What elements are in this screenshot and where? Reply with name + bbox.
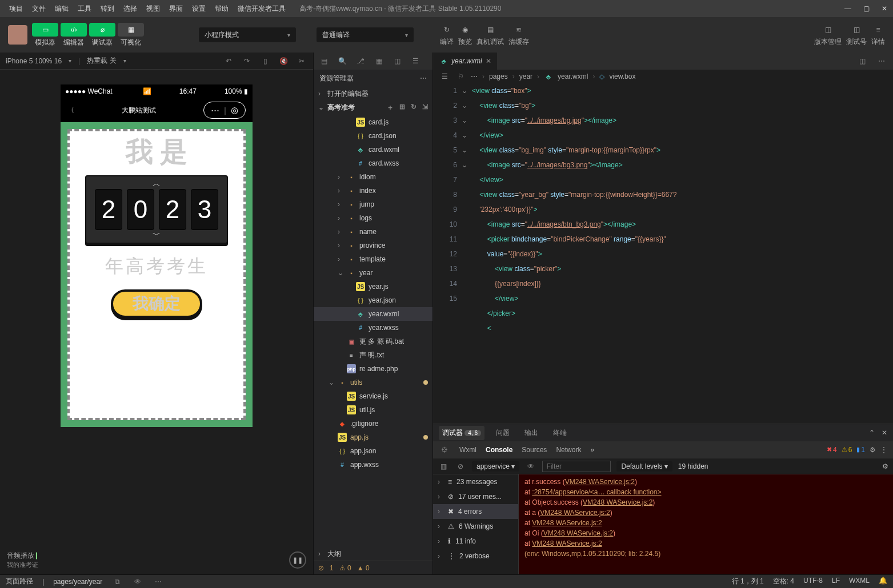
year-picker[interactable]: ︿ 2023 ﹀: [85, 175, 228, 244]
editor-tab[interactable]: ⬘year.wxml✕: [433, 53, 497, 70]
pause-icon[interactable]: ❚❚: [289, 551, 306, 569]
indent-icon[interactable]: ☰: [439, 71, 450, 82]
console-filter-row[interactable]: ›⊘17 user mes...: [433, 489, 518, 504]
cut-icon[interactable]: ✂: [296, 55, 307, 67]
sidebar-toggle-icon[interactable]: ▥: [438, 461, 449, 472]
hidden-count[interactable]: 19 hidden: [678, 462, 708, 470]
new-file-icon[interactable]: ＋: [387, 103, 394, 112]
file-service.js[interactable]: JSservice.js: [314, 389, 433, 403]
back-icon[interactable]: 〈: [67, 106, 74, 115]
file-app.wxss[interactable]: #app.wxss: [314, 458, 433, 472]
terminal-tab[interactable]: 终端: [550, 426, 570, 440]
menu-tool[interactable]: 工具: [73, 4, 96, 14]
eye-path-icon[interactable]: 👁: [132, 576, 143, 587]
gear-icon[interactable]: ⚙: [870, 446, 876, 454]
file-util.js[interactable]: JSutil.js: [314, 403, 433, 417]
ext-icon[interactable]: ▦: [373, 55, 385, 67]
file-card.wxss[interactable]: #card.wxss: [314, 156, 433, 170]
folder-jump[interactable]: ›▪jump: [314, 198, 433, 211]
compile-icon[interactable]: ↻: [441, 23, 453, 36]
folder-year[interactable]: ⌄▪year: [314, 266, 433, 280]
folder-template[interactable]: ›▪template: [314, 252, 433, 266]
files-icon[interactable]: ▤: [318, 55, 330, 67]
device-icon[interactable]: ▯: [259, 55, 271, 67]
clear-cache-icon[interactable]: ≋: [512, 23, 525, 36]
console-filter-row[interactable]: ›ℹ11 info: [433, 534, 518, 549]
branch-icon[interactable]: ⎇: [355, 55, 366, 67]
menu-ui[interactable]: 界面: [165, 4, 187, 14]
project-section[interactable]: ⌄高考准考 ＋ ⊞ ↻ ⇲: [314, 100, 433, 114]
network-tab[interactable]: Network: [556, 446, 581, 454]
menu-edit[interactable]: 编辑: [50, 4, 73, 14]
db-icon[interactable]: ◫: [391, 55, 403, 67]
output-tab[interactable]: 输出: [521, 426, 542, 440]
details-icon[interactable]: ≡: [872, 23, 884, 36]
menu-select[interactable]: 选择: [119, 4, 142, 14]
sources-tab[interactable]: Sources: [522, 446, 547, 454]
avatar[interactable]: [8, 25, 27, 45]
more-tabs-icon[interactable]: ⋯: [876, 55, 887, 67]
menu-view[interactable]: 视图: [142, 4, 165, 14]
folder-name[interactable]: ›▪name: [314, 225, 433, 239]
console-filter-row[interactable]: ›✖4 errors: [433, 504, 518, 519]
more-tabs-icon[interactable]: »: [590, 446, 594, 454]
console-gear-icon[interactable]: ⚙: [882, 462, 888, 470]
file-year.wxss[interactable]: #year.wxss: [314, 321, 433, 335]
breadcrumb[interactable]: ☰ ⚐ ⋯› pages› year› ⬘year.wxml› ◇view.bo…: [433, 70, 893, 83]
outline-section[interactable]: ›大纲: [314, 547, 433, 561]
filter-input[interactable]: [542, 461, 611, 472]
rotate-left-icon[interactable]: ↶: [223, 55, 234, 67]
menu-goto[interactable]: 转到: [96, 4, 119, 14]
compile-mode-dropdown[interactable]: 普通编译▾: [317, 27, 414, 42]
file-card.json[interactable]: { }card.json: [314, 129, 433, 143]
levels-dropdown[interactable]: Default levels ▾: [616, 461, 672, 472]
context-dropdown[interactable]: appservice ▾: [472, 461, 519, 472]
wxml-tab[interactable]: Wxml: [459, 446, 476, 454]
file-re adme.php[interactable]: phpre adme.php: [314, 362, 433, 376]
maximize-icon[interactable]: ▢: [862, 5, 870, 13]
file-声 明.txt[interactable]: ≡声 明.txt: [314, 348, 433, 362]
encoding[interactable]: UTF-8: [803, 577, 823, 586]
hot-reload[interactable]: 热重载 关: [87, 56, 116, 66]
robot-icon[interactable]: ☰: [410, 55, 421, 67]
debugger-tab[interactable]: 调试器 4, 6: [439, 426, 484, 440]
rotate-right-icon[interactable]: ↷: [241, 55, 253, 67]
capsule-more-icon[interactable]: ⋯: [211, 105, 219, 115]
chevron-up-icon[interactable]: ⌃: [869, 429, 875, 437]
mode-simulator[interactable]: ▭: [32, 23, 58, 37]
menu-wxdev[interactable]: 微信开发者工具: [233, 4, 290, 14]
inspect-icon[interactable]: ⯐: [439, 444, 450, 456]
folder-index[interactable]: ›▪index: [314, 184, 433, 198]
mode-visual[interactable]: ▦: [118, 23, 144, 37]
device-label[interactable]: iPhone 5 100% 16: [6, 57, 62, 65]
collapse-icon[interactable]: ⇲: [422, 103, 428, 112]
copy-path-icon[interactable]: ⧉: [111, 576, 123, 587]
console-filter-row[interactable]: ›⚠6 Warnings: [433, 519, 518, 534]
page-path[interactable]: pages/year/year: [53, 578, 102, 586]
problems-tab[interactable]: 问题: [492, 426, 513, 440]
menu-project[interactable]: 项目: [5, 4, 27, 14]
close-panel-icon[interactable]: ✕: [882, 429, 887, 437]
version-mgmt-icon[interactable]: ◫: [822, 23, 834, 36]
folder-utils[interactable]: ⌄▪utils: [314, 376, 433, 389]
bell-icon[interactable]: 🔔: [879, 577, 887, 586]
file-card.js[interactable]: JScard.js: [314, 115, 433, 129]
menu-help[interactable]: 帮助: [210, 4, 233, 14]
confirm-button[interactable]: 我确定: [111, 289, 202, 318]
file-更 多 源 码.bat[interactable]: ▣更 多 源 码.bat: [314, 335, 433, 348]
refresh-icon[interactable]: ↻: [411, 103, 417, 112]
mode-debugger[interactable]: ⌀: [89, 23, 115, 37]
console-output[interactable]: at r.success (VM248 WAService.js:2) at :…: [519, 474, 893, 574]
bookmark-icon[interactable]: ⚐: [455, 71, 466, 82]
new-folder-icon[interactable]: ⊞: [399, 103, 405, 112]
code-editor[interactable]: 123456789101112131415 ⌄⌄⌄⌄⌄⌄ <view class…: [433, 83, 893, 424]
eol[interactable]: LF: [832, 577, 840, 586]
file-year.wxml[interactable]: ⬘year.wxml: [314, 307, 433, 321]
more-icon[interactable]: ⋯: [420, 74, 427, 82]
kebab-icon[interactable]: ⋮: [880, 446, 887, 454]
folder-idiom[interactable]: ›▪idiom: [314, 170, 433, 184]
minimize-icon[interactable]: —: [844, 5, 852, 13]
split-icon[interactable]: ◫: [856, 55, 868, 67]
file-year.js[interactable]: JSyear.js: [314, 280, 433, 293]
clear-console-icon[interactable]: ⊘: [455, 461, 466, 472]
